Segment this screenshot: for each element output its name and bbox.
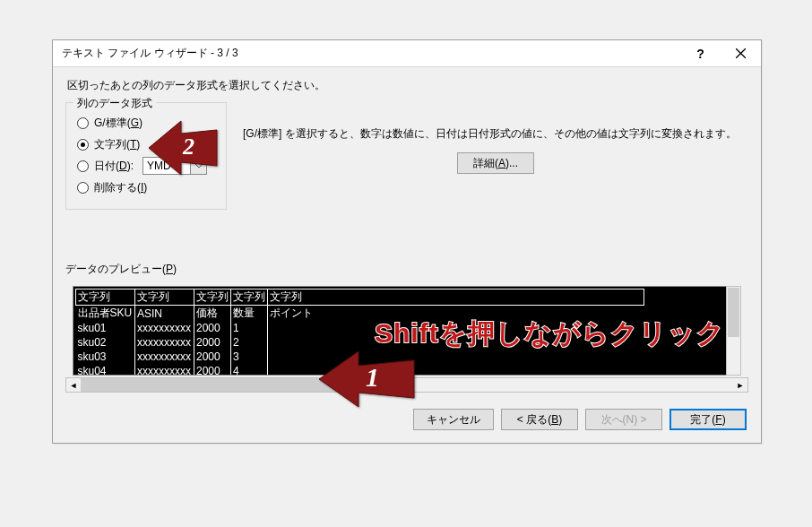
radio-skip-row[interactable]: 削除する(I) <box>77 177 217 198</box>
radio-skip[interactable] <box>77 182 89 194</box>
col-type[interactable]: 文字列 <box>194 289 231 306</box>
col-type[interactable]: 文字列 <box>76 289 135 306</box>
button-row: キャンセル < 戻る(B) 次へ(N) > 完了(F) <box>65 409 748 430</box>
column-data-type-group: 列のデータ形式 G/標準(G) 文字列(T) 日付(D): YMD <box>65 102 227 210</box>
back-button[interactable]: < 戻る(B) <box>501 409 578 430</box>
scrollbar-track[interactable] <box>81 378 733 392</box>
radio-general-label: G/標準(G) <box>94 116 143 131</box>
radio-text-label: 文字列(T) <box>94 137 140 152</box>
vertical-scrollbar[interactable] <box>726 286 741 376</box>
radio-date[interactable] <box>77 160 89 172</box>
radio-skip-label: 削除する(I) <box>94 180 147 195</box>
col-type[interactable]: 文字列 <box>268 289 644 306</box>
scrollbar-thumb[interactable] <box>728 288 739 337</box>
col-type[interactable]: 文字列 <box>231 289 268 306</box>
table-type-row: 文字列 文字列 文字列 文字列 文字列 <box>76 289 644 306</box>
titlebar: テキスト ファイル ウィザード - 3 / 3 ? <box>53 40 761 67</box>
date-format-value: YMD <box>143 160 190 172</box>
radio-date-label: 日付(D): <box>94 159 134 174</box>
annotation-shift-text: Shiftを押しながらクリック <box>375 315 725 352</box>
description-area: [G/標準] を選択すると、数字は数値に、日付は日付形式の値に、その他の値は文字… <box>243 102 748 174</box>
chevron-down-icon <box>190 158 206 174</box>
cancel-button[interactable]: キャンセル <box>413 409 494 430</box>
help-button[interactable]: ? <box>680 41 721 66</box>
radio-general[interactable] <box>77 117 89 129</box>
finish-button[interactable]: 完了(F) <box>669 409 747 430</box>
close-icon <box>736 48 746 58</box>
radio-date-row[interactable]: 日付(D): YMD <box>77 155 217 177</box>
instruction-text: 区切ったあとの列のデータ形式を選択してください。 <box>67 78 748 93</box>
radio-text-row[interactable]: 文字列(T) <box>77 134 217 155</box>
radio-general-row[interactable]: G/標準(G) <box>77 112 217 134</box>
scrollbar-thumb[interactable] <box>81 378 407 392</box>
radio-text[interactable] <box>77 139 89 151</box>
scroll-left-icon[interactable]: ◄ <box>66 378 81 392</box>
preview-label: データのプレビュー(P) <box>65 262 748 277</box>
group-legend: 列のデータ形式 <box>73 96 156 111</box>
date-format-select[interactable]: YMD <box>143 157 207 175</box>
table-row: sku04 xxxxxxxxxx 2000 4 <box>76 364 644 376</box>
next-button: 次へ(N) > <box>585 409 662 430</box>
scroll-right-icon[interactable]: ► <box>733 378 747 392</box>
col-type[interactable]: 文字列 <box>135 289 194 306</box>
wizard-dialog: テキスト ファイル ウィザード - 3 / 3 ? 区切ったあとの列のデータ形式… <box>52 39 762 444</box>
horizontal-scrollbar[interactable]: ◄ ► <box>65 377 748 393</box>
dialog-content: 区切ったあとの列のデータ形式を選択してください。 列のデータ形式 G/標準(G)… <box>53 67 761 443</box>
window-title: テキスト ファイル ウィザード - 3 / 3 <box>62 46 680 61</box>
detail-button[interactable]: 詳細(A)... <box>457 152 534 174</box>
description-text: [G/標準] を選択すると、数字は数値に、日付は日付形式の値に、その他の値は文字… <box>243 125 748 142</box>
close-button[interactable] <box>721 41 761 66</box>
top-row: 列のデータ形式 G/標準(G) 文字列(T) 日付(D): YMD <box>65 102 748 210</box>
